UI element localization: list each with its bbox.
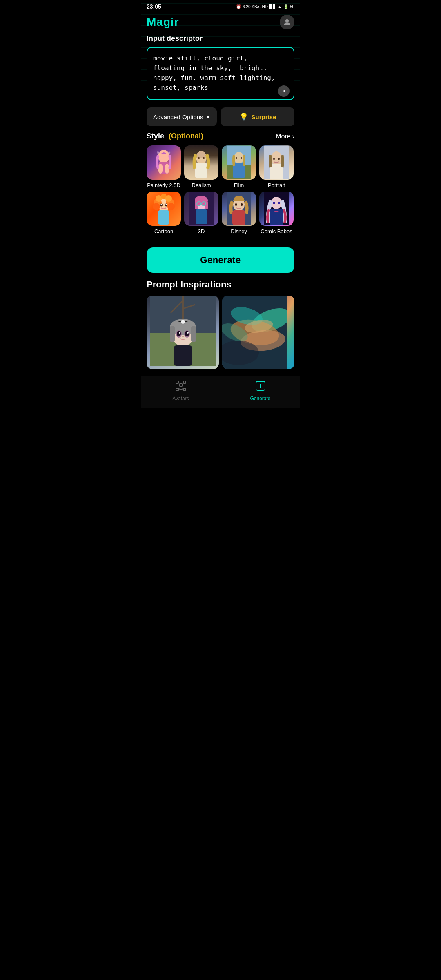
- style-item-3d[interactable]: 3D: [184, 192, 218, 234]
- style-thumb-cartoon: [147, 192, 181, 226]
- signal-icon: ▊▊: [270, 4, 276, 9]
- style-item-portrait[interactable]: Portrait: [259, 145, 294, 188]
- anime-girl-preview: [150, 296, 216, 366]
- options-row: Advanced Options ▾ 💡 Surprise: [147, 107, 294, 126]
- svg-rect-41: [196, 209, 207, 224]
- nav-avatars-label: Avatars: [172, 396, 189, 401]
- svg-point-13: [236, 157, 237, 159]
- svg-rect-68: [174, 345, 192, 366]
- chevron-down-icon: ▾: [207, 114, 209, 120]
- app-header: Magir: [141, 11, 300, 34]
- nav-generate[interactable]: I Generate: [220, 380, 300, 401]
- surprise-label: Surprise: [252, 114, 276, 120]
- clear-input-button[interactable]: ×: [278, 85, 290, 97]
- inspiration-anime[interactable]: [147, 296, 219, 369]
- comic-figure: [264, 192, 289, 225]
- style-thumb-film: [222, 145, 256, 180]
- svg-point-65: [185, 331, 189, 336]
- status-time: 23:05: [147, 3, 161, 10]
- svg-point-46: [241, 203, 243, 206]
- svg-rect-28: [158, 210, 169, 225]
- svg-point-24: [167, 203, 175, 210]
- svg-point-8: [203, 157, 205, 159]
- chevron-right-icon: ›: [292, 133, 294, 140]
- advanced-options-button[interactable]: Advanced Options ▾: [147, 107, 217, 126]
- style-title: Style (Optional): [147, 132, 203, 140]
- svg-point-51: [278, 202, 280, 204]
- style-label-3d: 3D: [184, 228, 218, 234]
- style-item-comic[interactable]: Comic Babes: [259, 192, 294, 234]
- svg-text:I: I: [260, 383, 261, 390]
- user-icon: [283, 18, 291, 26]
- cartoon-image: [147, 192, 181, 226]
- style-thumb-comic: [259, 192, 294, 226]
- more-styles-button[interactable]: More ›: [276, 133, 294, 140]
- painterly-image: [147, 145, 181, 180]
- more-label: More: [276, 133, 290, 140]
- status-icons: ⏰ 6.20 KB/s HD ▊▊ ▲ 🔋 50: [236, 4, 294, 9]
- style-section-header: Style (Optional) More ›: [147, 132, 294, 140]
- avatars-icon: [175, 380, 187, 394]
- descriptor-input[interactable]: movie still, cloud girl, floating in the…: [147, 47, 294, 100]
- style-label-painterly: Painterly 2.5D: [147, 182, 181, 188]
- svg-point-18: [273, 158, 275, 160]
- svg-point-81: [179, 383, 183, 387]
- svg-point-64: [177, 331, 181, 336]
- svg-point-22: [153, 203, 160, 210]
- film-figure: [227, 146, 251, 179]
- svg-point-67: [187, 332, 189, 334]
- 3d-figure: [189, 192, 214, 225]
- style-thumb-portrait: [259, 145, 294, 180]
- svg-point-32: [166, 204, 167, 205]
- inspirations-grid: [147, 296, 294, 369]
- svg-rect-78: [183, 381, 186, 383]
- descriptor-wrapper: movie still, cloud girl, floating in the…: [147, 47, 294, 102]
- input-descriptor-label: Input descriptor: [147, 34, 294, 43]
- svg-point-45: [235, 203, 237, 206]
- style-item-film[interactable]: Film: [222, 145, 256, 188]
- svg-point-11: [234, 152, 244, 163]
- svg-rect-44: [232, 210, 245, 225]
- disney-figure: [227, 192, 251, 225]
- svg-point-66: [179, 332, 180, 334]
- style-item-cartoon[interactable]: Cartoon: [147, 192, 181, 234]
- inspiration-abstract[interactable]: [222, 296, 294, 369]
- bottom-navigation: Avatars I Generate: [141, 376, 300, 408]
- main-content: Input descriptor movie still, cloud girl…: [141, 34, 300, 369]
- style-label-cartoon: Cartoon: [147, 228, 181, 234]
- style-item-disney[interactable]: Disney: [222, 192, 256, 234]
- style-row-2: Cartoon: [147, 192, 294, 234]
- status-bar: 23:05 ⏰ 6.20 KB/s HD ▊▊ ▲ 🔋 50: [141, 0, 300, 11]
- svg-rect-59: [170, 326, 175, 342]
- style-item-painterly[interactable]: Painterly 2.5D: [147, 145, 181, 188]
- svg-point-61: [181, 320, 185, 324]
- svg-point-50: [273, 202, 275, 204]
- svg-point-14: [241, 157, 242, 159]
- portrait-figure: [264, 146, 289, 179]
- style-label-disney: Disney: [222, 228, 256, 234]
- generate-button[interactable]: Generate: [147, 247, 294, 273]
- style-label-portrait: Portrait: [259, 182, 294, 188]
- nav-avatars[interactable]: Avatars: [141, 380, 220, 401]
- svg-point-48: [271, 197, 282, 209]
- realism-image: [184, 145, 218, 180]
- realism-figure: [189, 146, 214, 179]
- style-thumb-realism: [184, 145, 218, 180]
- 3d-image: [184, 192, 218, 226]
- text-generate-icon: I: [255, 380, 266, 392]
- svg-rect-80: [183, 388, 186, 391]
- battery-icon: 🔋: [283, 4, 288, 9]
- cartoon-figure: [151, 192, 176, 225]
- style-item-realism[interactable]: Realism: [184, 145, 218, 188]
- svg-rect-79: [176, 388, 178, 391]
- abstract-preview: [222, 296, 287, 369]
- comic-image: [259, 192, 294, 226]
- profile-button[interactable]: [280, 15, 294, 29]
- wifi-icon: ▲: [278, 4, 282, 9]
- film-image: [222, 145, 256, 180]
- surprise-button[interactable]: 💡 Surprise: [221, 107, 294, 126]
- style-label-realism: Realism: [184, 182, 218, 188]
- svg-point-19: [278, 158, 280, 160]
- svg-point-27: [165, 195, 172, 202]
- scan-face-icon: [175, 380, 187, 392]
